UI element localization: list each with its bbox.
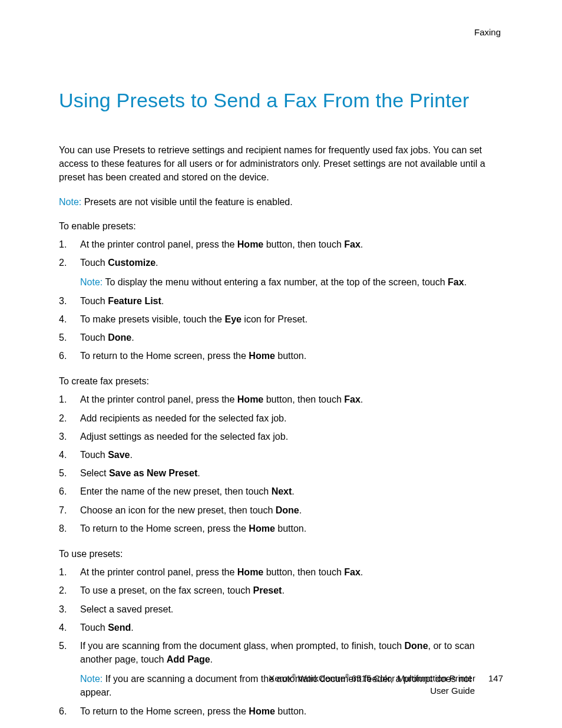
page-footer: Xerox® WorkCentre® 6515 Color Multifunct… [269, 672, 503, 698]
list-item: To return to the Home screen, press the … [59, 522, 503, 535]
intro-paragraph: You can use Presets to retrieve settings… [59, 143, 503, 185]
list-item: Touch Save. [59, 448, 503, 462]
list-item: Touch Done. [59, 331, 503, 344]
header-section-label: Faxing [59, 26, 503, 39]
list-item: At the printer control panel, press the … [59, 238, 503, 251]
page-number: 147 [488, 672, 503, 685]
document-page: Faxing Using Presets to Send a Fax From … [0, 0, 562, 728]
note-presets-visibility: Note: Presets are not visible until the … [59, 195, 503, 209]
list-item: To return to the Home screen, press the … [59, 704, 503, 718]
footer-guide-label: User Guide [269, 684, 503, 697]
list-item: At the printer control panel, press the … [59, 565, 503, 579]
enable-presets-intro: To enable presets: [59, 219, 503, 233]
use-presets-intro: To use presets: [59, 547, 503, 561]
note-label: Note: [59, 197, 81, 207]
list-item: To make presets visible, touch the Eye i… [59, 312, 503, 326]
list-item: Touch Send. [59, 621, 503, 634]
list-item: To return to the Home screen, press the … [59, 349, 503, 363]
note-label: Note: [80, 277, 103, 287]
list-item: Touch Customize. Note: To display the me… [59, 256, 503, 289]
note-label: Note: [80, 674, 103, 684]
list-item: To use a preset, on the fax screen, touc… [59, 584, 503, 597]
note-text: Presets are not visible until the featur… [81, 197, 292, 207]
list-item: Touch Feature List. [59, 294, 503, 308]
list-item: Adjust settings as needed for the select… [59, 430, 503, 443]
create-presets-list: At the printer control panel, press the … [59, 393, 503, 535]
list-item: Choose an icon for the new preset, then … [59, 503, 503, 517]
list-item: Select a saved preset. [59, 602, 503, 616]
footer-product-line: Xerox® WorkCentre® 6515 Color Multifunct… [269, 672, 475, 685]
enable-presets-list: At the printer control panel, press the … [59, 238, 503, 363]
list-item: Select Save as New Preset. [59, 466, 503, 480]
list-item: Enter the name of the new preset, then t… [59, 485, 503, 498]
list-item: At the printer control panel, press the … [59, 393, 503, 406]
page-title: Using Presets to Send a Fax From the Pri… [59, 86, 503, 115]
list-item: Add recipients as needed for the selecte… [59, 411, 503, 425]
sub-note: Note: To display the menu without enteri… [80, 275, 503, 289]
create-presets-intro: To create fax presets: [59, 374, 503, 388]
